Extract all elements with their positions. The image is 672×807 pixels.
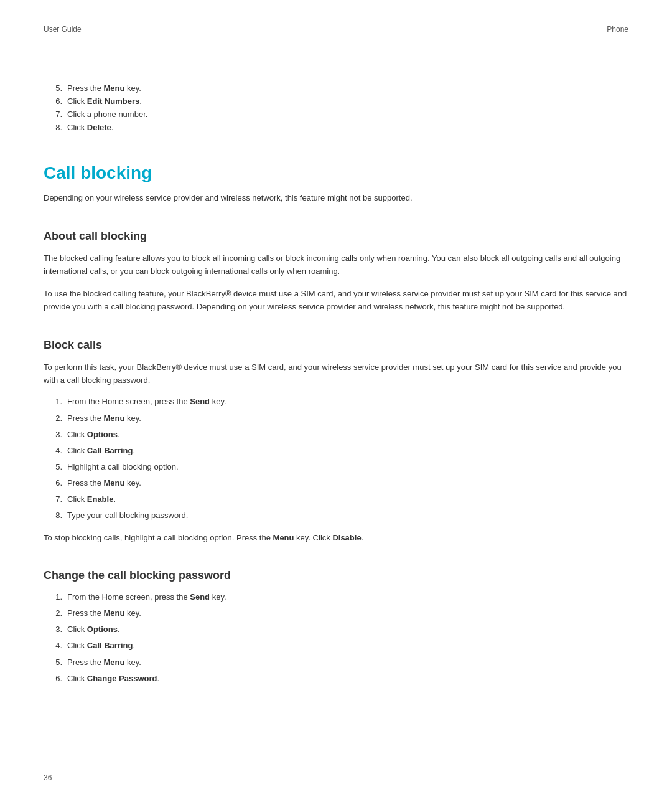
step-content: From the Home screen, press the Send key… xyxy=(67,395,628,408)
subsection-title: Change the call blocking password xyxy=(44,569,628,582)
header-right-label: Phone xyxy=(607,25,628,34)
step-item: 3.Click Options. xyxy=(44,623,628,636)
body-paragraph: The blocked calling feature allows you t… xyxy=(44,252,628,278)
step-content: Click Call Barring. xyxy=(67,445,628,457)
main-title: Call blocking xyxy=(44,163,628,183)
main-subtitle: Depending on your wireless service provi… xyxy=(44,192,628,205)
step-content: Click Edit Numbers. xyxy=(67,97,142,106)
intro-step-item: 8.Click Delete. xyxy=(44,123,628,132)
step-item: 2.Press the Menu key. xyxy=(44,607,628,620)
section-change-password: Change the call blocking password1.From … xyxy=(44,569,628,685)
step-content: Press the Menu key. xyxy=(67,656,628,669)
step-number: 5. xyxy=(44,83,62,93)
section-call-blocking: Call blocking Depending on your wireless… xyxy=(44,163,628,205)
step-number: 8. xyxy=(44,509,62,522)
step-number: 2. xyxy=(44,412,62,425)
intro-steps-list: 5.Press the Menu key.6.Click Edit Number… xyxy=(44,83,628,132)
section-about-call-blocking: About call blockingThe blocked calling f… xyxy=(44,230,628,314)
step-number: 1. xyxy=(44,591,62,603)
step-content: Click Delete. xyxy=(67,123,113,132)
body-paragraph: To use the blocked calling feature, your… xyxy=(44,287,628,314)
step-content: Click Call Barring. xyxy=(67,639,628,652)
step-item: 1.From the Home screen, press the Send k… xyxy=(44,591,628,603)
step-item: 4.Click Call Barring. xyxy=(44,445,628,457)
step-number: 8. xyxy=(44,123,62,132)
step-content: From the Home screen, press the Send key… xyxy=(67,591,628,603)
step-number: 4. xyxy=(44,639,62,652)
step-content: Click Enable. xyxy=(67,493,628,506)
step-item: 6.Click Change Password. xyxy=(44,672,628,685)
section-note: To stop blocking calls, highlight a call… xyxy=(44,531,628,544)
intro-step-item: 7.Click a phone number. xyxy=(44,110,628,119)
step-item: 4.Click Call Barring. xyxy=(44,639,628,652)
step-item: 8.Type your call blocking password. xyxy=(44,509,628,522)
step-number: 6. xyxy=(44,97,62,106)
step-item: 5.Press the Menu key. xyxy=(44,656,628,669)
subsection-title: About call blocking xyxy=(44,230,628,243)
step-number: 2. xyxy=(44,607,62,620)
step-content: Highlight a call blocking option. xyxy=(67,461,628,473)
step-number: 7. xyxy=(44,493,62,506)
step-content: Click Change Password. xyxy=(67,672,628,685)
page: User Guide Phone 5.Press the Menu key.6.… xyxy=(0,0,672,807)
footer-page-number: 36 xyxy=(44,773,52,782)
section-block-calls: Block callsTo perform this task, your Bl… xyxy=(44,339,628,544)
step-number: 5. xyxy=(44,461,62,473)
steps-list: 1.From the Home screen, press the Send k… xyxy=(44,395,628,522)
step-content: Press the Menu key. xyxy=(67,477,628,489)
steps-list: 1.From the Home screen, press the Send k… xyxy=(44,591,628,685)
step-item: 7.Click Enable. xyxy=(44,493,628,506)
step-number: 5. xyxy=(44,656,62,669)
page-header: User Guide Phone xyxy=(44,25,628,34)
step-content: Press the Menu key. xyxy=(67,607,628,620)
step-content: Press the Menu key. xyxy=(67,412,628,425)
header-left-label: User Guide xyxy=(44,25,82,34)
step-number: 3. xyxy=(44,428,62,441)
step-item: 1.From the Home screen, press the Send k… xyxy=(44,395,628,408)
step-number: 1. xyxy=(44,395,62,408)
step-number: 7. xyxy=(44,110,62,119)
sections-container: About call blockingThe blocked calling f… xyxy=(44,230,628,685)
step-number: 6. xyxy=(44,477,62,489)
step-item: 5.Highlight a call blocking option. xyxy=(44,461,628,473)
subsection-title: Block calls xyxy=(44,339,628,352)
intro-step-item: 5.Press the Menu key. xyxy=(44,83,628,93)
body-paragraph: To perform this task, your BlackBerry® d… xyxy=(44,361,628,387)
step-number: 6. xyxy=(44,672,62,685)
intro-step-item: 6.Click Edit Numbers. xyxy=(44,97,628,106)
step-number: 3. xyxy=(44,623,62,636)
step-number: 4. xyxy=(44,445,62,457)
step-content: Click Options. xyxy=(67,428,628,441)
step-content: Click Options. xyxy=(67,623,628,636)
step-item: 2.Press the Menu key. xyxy=(44,412,628,425)
step-item: 3.Click Options. xyxy=(44,428,628,441)
step-content: Type your call blocking password. xyxy=(67,509,628,522)
step-content: Click a phone number. xyxy=(67,110,147,119)
step-item: 6.Press the Menu key. xyxy=(44,477,628,489)
step-content: Press the Menu key. xyxy=(67,83,141,93)
